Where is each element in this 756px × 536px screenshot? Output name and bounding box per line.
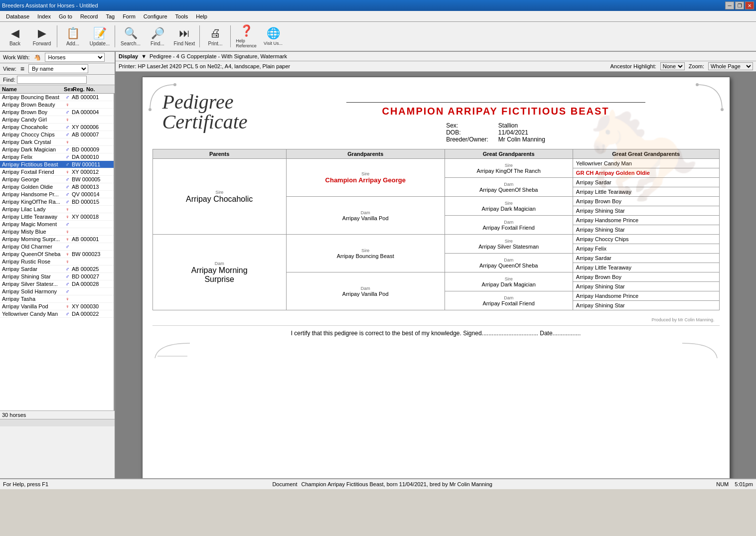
list-item[interactable]: Arripay Old Charmer ♂ xyxy=(0,243,114,251)
gggp-ds-sd-name: Arripay Felix xyxy=(576,246,716,252)
list-item[interactable]: Arripay Candy Girl ♀ xyxy=(0,116,114,124)
list-item[interactable]: Arripay Choccy Chips ♂ AB 000007 xyxy=(0,131,114,138)
list-item[interactable]: Arripay Misty Blue ♀ xyxy=(0,228,114,236)
gggp-sd-dd-name: Arripay Shining Star xyxy=(576,227,716,233)
gp-dam-dam-name: Arripay Vanilla Pod xyxy=(290,291,442,297)
horse-icon: 🐴 xyxy=(34,54,41,61)
list-item[interactable]: Arripay Sardar ♂ AB 000025 xyxy=(0,266,114,273)
list-scroll[interactable] xyxy=(0,419,115,426)
list-item[interactable]: Arripay KingOfThe Ra... ♂ BD 000015 xyxy=(0,198,114,206)
h-scrollbar[interactable] xyxy=(0,419,115,426)
breeder-label: Breeder/Owner: xyxy=(446,136,488,143)
print-button[interactable]: 🖨 Print... xyxy=(202,23,228,50)
title-bar-text: Breeders Assistant for Horses - Untitled xyxy=(2,2,98,8)
forward-button[interactable]: ▶ Forward xyxy=(29,23,55,50)
list-item[interactable]: Arripay Rustic Rose ♀ xyxy=(0,258,114,266)
horse-list[interactable]: Arripay Bouncing Beast ♂ AB 000001 Arrip… xyxy=(0,94,115,410)
find-bar: Find: xyxy=(0,75,115,85)
list-item[interactable]: Arripay Solid Harmony ♂ xyxy=(0,288,114,295)
close-button[interactable]: ✕ xyxy=(745,1,754,9)
menu-form[interactable]: Form xyxy=(119,12,140,20)
list-item[interactable]: Arripay Felix ♂ DA 000010 xyxy=(0,153,114,161)
ancestor-highlight-select[interactable]: None xyxy=(660,62,685,70)
gggp-dd-ds-name: Arripay Handsome Prince xyxy=(576,293,716,299)
list-item[interactable]: Arripay Bouncing Beast ♂ AB 000001 xyxy=(0,94,114,101)
status-bar: For Help, press F1 Document Champion Arr… xyxy=(0,478,756,489)
list-item[interactable]: Arripay Chocaholic ♂ XY 000006 xyxy=(0,124,114,131)
list-item[interactable]: Arripay Foxtail Friend ♀ XY 000012 xyxy=(0,168,114,176)
back-button[interactable]: ◀ Back xyxy=(2,23,28,50)
signature-text: I certify that this pedigree is correct … xyxy=(291,330,581,337)
list-item[interactable]: Arripay Golden Oldie ♂ AB 000013 xyxy=(0,183,114,191)
list-item[interactable]: Arripay Shining Star ♂ BD 000027 xyxy=(0,273,114,280)
list-item[interactable]: Arripay George ♂ BW 000005 xyxy=(0,176,114,183)
list-item[interactable]: Arripay Vanilla Pod ♀ XY 000030 xyxy=(0,303,114,310)
list-item[interactable]: Arripay Brown Beauty ♀ xyxy=(0,101,114,109)
list-item[interactable]: Arripay Little Tearaway ♀ XY 000018 xyxy=(0,213,114,221)
work-with-select[interactable]: Horses xyxy=(45,53,105,62)
pedigree-view[interactable]: 🐎 Pedigree Certificate CHAMPION ARRIPAY … xyxy=(116,72,756,478)
produced-by: Produced by Mr Colin Manning. xyxy=(152,317,720,322)
breeder-value: Mr Colin Manning xyxy=(498,136,545,143)
menu-configure[interactable]: Configure xyxy=(140,12,171,20)
help-button[interactable]: ❓ HelpReference xyxy=(233,23,259,50)
update-button[interactable]: 📝 Update... xyxy=(87,23,113,50)
find-icon: 🔎 xyxy=(151,27,164,40)
find-input[interactable] xyxy=(17,76,87,84)
svg-point-2 xyxy=(721,108,724,111)
search-button[interactable]: 🔍 Search... xyxy=(118,23,144,50)
ggp-dam-sd-cell: Dam Arripay QueenOf Sheba xyxy=(445,254,573,272)
list-item[interactable]: Yellowriver Candy Man ♂ DA 000022 xyxy=(0,310,114,318)
menu-tag[interactable]: Tag xyxy=(102,12,119,20)
search-label: Search... xyxy=(121,41,141,46)
list-item[interactable]: Arripay Brown Boy ♂ DA 000004 xyxy=(0,109,114,116)
ggp-ds-cell: Sire Arripay Dark Magician xyxy=(445,197,573,216)
update-icon: 📝 xyxy=(93,27,107,40)
list-item[interactable]: Arripay Fictitious Beast ♂ BW 000011 xyxy=(0,161,114,168)
menu-record[interactable]: Record xyxy=(76,12,102,20)
status-right: NUM 5:01pm xyxy=(716,481,753,487)
list-item[interactable]: Arripay Dark Magician ♂ BD 000009 xyxy=(0,146,114,153)
menu-help[interactable]: Help xyxy=(192,12,211,20)
menu-tools[interactable]: Tools xyxy=(171,12,192,20)
visit-us-button[interactable]: 🌐 Visit Us... xyxy=(260,23,286,50)
list-item[interactable]: Arripay Silver Statesr... ♂ DA 000028 xyxy=(0,280,114,288)
toolbar-sep-2 xyxy=(115,25,116,47)
pedigree-page: 🐎 Pedigree Certificate CHAMPION ARRIPAY … xyxy=(142,77,730,478)
gggp-dd-sd-cell: Arripay Shining Star xyxy=(573,282,719,291)
work-with-label: Work With: xyxy=(3,54,30,60)
gggp-sd-ds-cell: Arripay Handsome Prince xyxy=(573,216,719,225)
gggp-ds-ds-cell: Arripay Sardar xyxy=(573,254,719,263)
find-next-button[interactable]: ⏭ Find Next xyxy=(171,23,197,50)
menu-index[interactable]: Index xyxy=(33,12,55,20)
gggp-ds-ss-cell: Arripay Choccy Chips xyxy=(573,235,719,244)
list-item[interactable]: Arripay Dark Crystal ♀ xyxy=(0,138,114,146)
list-item[interactable]: Arripay QueenOf Sheba ♀ BW 000023 xyxy=(0,251,114,258)
menu-database[interactable]: Database xyxy=(2,12,33,20)
horse-count: 30 horses xyxy=(0,410,115,419)
ggp-ss-cell: Sire Arripay KingOf The Ranch xyxy=(445,159,573,178)
gp-dam-sire-cell: Sire Arripay Bouncing Beast xyxy=(286,235,445,272)
restore-button[interactable]: ❐ xyxy=(735,1,744,9)
gggp-sd-dd-cell: Arripay Shining Star xyxy=(573,225,719,235)
table-row: Dam Arripay MorningSurprise Sire Arripay… xyxy=(152,235,719,244)
ggp-dam-ds-cell: Sire Arripay Dark Magician xyxy=(445,272,573,291)
list-item[interactable]: Arripay Tasha ♀ xyxy=(0,295,114,303)
view-select[interactable]: By name xyxy=(28,64,88,73)
list-item[interactable]: Arripay Handsome Pr... ♂ QV 000014 xyxy=(0,191,114,198)
gggp-ds-ds-name: Arripay Sardar xyxy=(576,255,716,261)
cert-title: Pedigree Certificate xyxy=(162,92,272,132)
find-button[interactable]: 🔎 Find... xyxy=(145,23,170,50)
gggp-dd-dd-cell: Arripay Shining Star xyxy=(573,301,719,310)
dob-value: 11/04/2021 xyxy=(498,129,545,136)
gggp-ds-sd-cell: Arripay Felix xyxy=(573,244,719,254)
add-button[interactable]: 📋 Add... xyxy=(60,23,86,50)
menu-goto[interactable]: Go to xyxy=(55,12,76,20)
list-item[interactable]: Arripay Morning Surpr... ♀ AB 000001 xyxy=(0,236,114,243)
zoom-select[interactable]: Whole Page xyxy=(708,62,753,70)
gp-dam-dam-cell: Dam Arripay Vanilla Pod xyxy=(286,272,445,310)
list-item[interactable]: Arripay Magic Moment ♂ xyxy=(0,221,114,228)
list-item[interactable]: Arripay Lilac Lady ♀ xyxy=(0,206,114,213)
pedigree-info-area: Sex: DOB: Breeder/Owner: Stallion 11/04/… xyxy=(446,122,545,143)
minimize-button[interactable]: ─ xyxy=(725,1,734,9)
